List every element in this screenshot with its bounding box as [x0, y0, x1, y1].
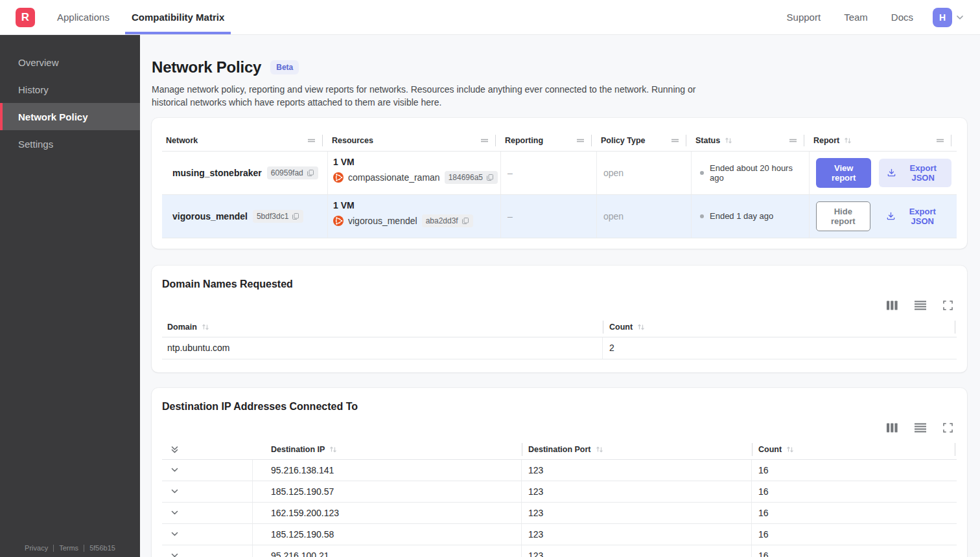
build-version: 5f56b15	[89, 544, 115, 552]
page-title: Network Policy	[152, 58, 261, 76]
column-divider	[686, 135, 686, 146]
fullscreen-icon[interactable]	[943, 423, 953, 433]
nav-link-docs[interactable]: Docs	[891, 12, 913, 23]
beta-badge: Beta	[270, 60, 299, 74]
column-divider	[322, 135, 323, 146]
columns-icon[interactable]	[887, 423, 898, 433]
sidebar: Overview History Network Policy Settings…	[0, 35, 140, 557]
sidebar-item-history[interactable]: History	[0, 76, 140, 103]
expand-row-cell[interactable]	[162, 481, 253, 502]
copy-icon[interactable]	[486, 174, 494, 181]
sort-icon[interactable]	[596, 446, 603, 453]
footer-divider	[53, 545, 54, 552]
report-cell: View report Export JSON	[810, 152, 957, 194]
destinations-table-row[interactable]: 95.216.138.141 123 16	[162, 460, 957, 481]
app-logo[interactable]: R	[16, 8, 35, 27]
chevron-down-icon[interactable]	[170, 487, 179, 495]
chevron-down-icon[interactable]	[170, 466, 179, 474]
status-text: Ended 1 day ago	[710, 211, 773, 221]
hide-report-button[interactable]: Hide report	[816, 201, 870, 231]
double-chevron-down-icon[interactable]	[170, 445, 179, 454]
network-table-row[interactable]: vigorous_mendel 5bdf3dc1 1 VM vigorous_m…	[162, 195, 957, 238]
tab-applications[interactable]: Applications	[51, 0, 116, 34]
destination-ip-cell: 185.125.190.57	[253, 481, 522, 502]
fullscreen-icon[interactable]	[943, 301, 953, 310]
column-divider	[804, 135, 804, 146]
sort-icon[interactable]	[329, 446, 337, 453]
copy-icon[interactable]	[292, 212, 299, 220]
view-report-button[interactable]: View report	[816, 158, 871, 188]
destination-ip-cell: 95.216.138.141	[253, 460, 522, 481]
sort-icon[interactable]	[844, 137, 852, 144]
column-resize-handle-icon[interactable]	[480, 138, 489, 143]
destination-port-cell: 123	[522, 481, 752, 502]
column-resize-handle-icon[interactable]	[789, 138, 797, 143]
domains-table-row[interactable]: ntp.ubuntu.com 2	[162, 337, 957, 359]
vm-id-badge: 184696a5	[445, 171, 498, 184]
columns-icon[interactable]	[887, 301, 898, 310]
column-divider	[591, 135, 592, 146]
chevron-down-icon[interactable]	[170, 530, 179, 538]
resources-cell: 1 VM compassionate_raman 184696a5	[328, 152, 501, 194]
status-cell: Ended about 20 hours ago	[692, 152, 810, 194]
copy-icon[interactable]	[461, 217, 469, 225]
destinations-table-row[interactable]: 185.125.190.58 123 16	[162, 524, 957, 545]
expand-row-cell[interactable]	[162, 503, 253, 523]
card-title: Domain Names Requested	[162, 278, 957, 290]
column-divider	[495, 135, 496, 146]
column-resize-handle-icon[interactable]	[936, 138, 944, 143]
vm-name: vigorous_mendel	[348, 216, 417, 226]
rows-icon[interactable]	[915, 301, 926, 310]
export-json-label: Export JSON	[902, 163, 944, 183]
sort-icon[interactable]	[786, 446, 794, 453]
privacy-link[interactable]: Privacy	[25, 544, 48, 552]
sidebar-item-network-policy[interactable]: Network Policy	[0, 103, 140, 130]
destination-port-cell: 123	[522, 503, 752, 523]
reporting-cell: –	[501, 152, 597, 194]
network-table-row[interactable]: musing_stonebraker 60959fad 1 VM compass…	[162, 152, 957, 195]
chevron-down-icon[interactable]	[170, 508, 179, 517]
nav-link-team[interactable]: Team	[844, 12, 868, 23]
column-resize-handle-icon[interactable]	[307, 138, 316, 143]
sidebar-item-overview[interactable]: Overview	[0, 49, 140, 76]
table-toolbar	[162, 301, 953, 310]
nav-link-support[interactable]: Support	[787, 12, 821, 23]
page-description: Manage network policy, reporting and vie…	[152, 83, 725, 109]
sidebar-item-settings[interactable]: Settings	[0, 130, 140, 157]
sort-icon[interactable]	[637, 323, 645, 331]
resources-cell: 1 VM vigorous_mendel aba2dd3f	[328, 195, 501, 238]
user-avatar[interactable]: H	[933, 8, 952, 27]
destinations-table-header: Destination IP Destination Port Count	[162, 440, 957, 460]
chevron-down-icon[interactable]	[955, 13, 964, 22]
export-json-button[interactable]: Export JSON	[878, 202, 951, 231]
copy-icon[interactable]	[307, 169, 314, 177]
destinations-table-row[interactable]: 162.159.200.123 123 16	[162, 503, 957, 524]
status-cell: Ended 1 day ago	[692, 195, 810, 238]
column-header-domain: Domain	[162, 323, 603, 332]
destination-ip-cell: 185.125.190.58	[253, 524, 522, 545]
download-icon	[886, 211, 896, 221]
destinations-table-row[interactable]: 95.216.100.21 123 16	[162, 545, 957, 557]
terms-link[interactable]: Terms	[59, 544, 78, 552]
tab-compatibility-matrix[interactable]: Compatibility Matrix	[125, 0, 231, 34]
expand-row-cell[interactable]	[162, 524, 253, 545]
column-label: Count	[758, 445, 782, 454]
rows-icon[interactable]	[915, 423, 926, 433]
column-label: Network	[166, 136, 198, 145]
export-json-button[interactable]: Export JSON	[879, 159, 951, 187]
destination-ip-cell: 162.159.200.123	[253, 503, 522, 523]
expand-row-cell[interactable]	[162, 460, 253, 481]
destinations-table-row[interactable]: 185.125.190.57 123 16	[162, 481, 957, 503]
column-resize-handle-icon[interactable]	[576, 138, 585, 143]
column-resize-handle-icon[interactable]	[671, 138, 679, 143]
main-content: Network Policy Beta Manage network polic…	[140, 35, 980, 557]
column-label: Status	[695, 136, 720, 145]
destination-ip-cell: 95.216.100.21	[253, 545, 522, 557]
user-menu[interactable]: H	[933, 8, 964, 27]
sort-icon[interactable]	[725, 137, 732, 144]
sort-icon[interactable]	[202, 323, 209, 331]
network-policy-table-card: Network Resources Reporting Policy Type	[152, 118, 967, 249]
chevron-down-icon[interactable]	[170, 551, 179, 557]
expand-row-cell[interactable]	[162, 545, 253, 557]
primary-tabs: Applications Compatibility Matrix	[51, 0, 240, 34]
